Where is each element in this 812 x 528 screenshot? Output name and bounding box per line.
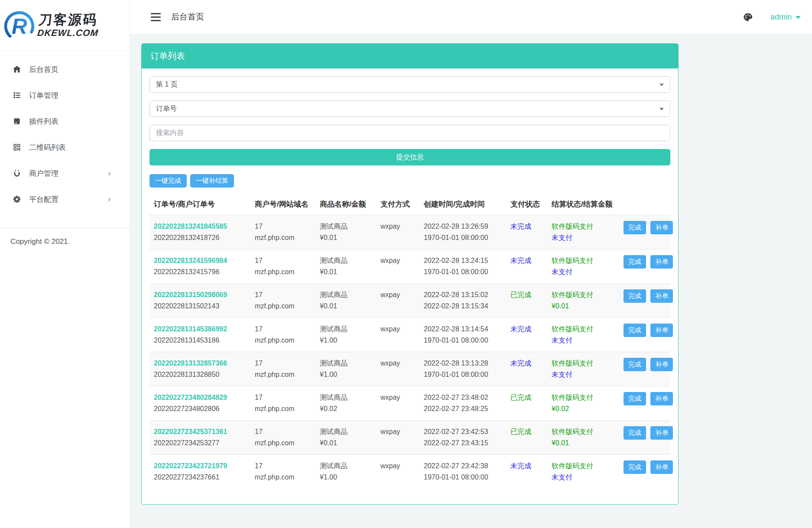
username: admin <box>770 13 792 22</box>
sidebar-item-label: 二维码列表 <box>29 143 66 152</box>
product-amount: ¥0.01 <box>320 232 374 243</box>
sidebar-item-home[interactable]: 后台首页 <box>0 56 130 82</box>
created-time: 2022-02-28 13:14:54 <box>424 324 503 335</box>
product-name: 测试商品 <box>320 426 374 437</box>
order-number-link[interactable]: 2022022723480284829 <box>154 394 227 401</box>
settle-status: 软件版码支付 <box>552 460 614 472</box>
site-domain: mzf.php.com <box>255 437 313 449</box>
created-time: 2022-02-27 23:42:53 <box>424 426 503 437</box>
created-time: 2022-02-28 13:13:28 <box>424 358 503 369</box>
completed-time: 2022-02-27 23:48:25 <box>424 403 503 415</box>
search-field-select-value: 订单号 <box>156 104 177 113</box>
row-supplement-button[interactable]: 补单 <box>650 460 673 474</box>
merchant-id: 17 <box>255 358 313 369</box>
pay-method: wxpay <box>377 249 420 284</box>
settle-status: 软件版码支付 <box>552 392 614 403</box>
table-row: 2022022813132857366 20220228131328850 17… <box>149 352 670 386</box>
pay-method: wxpay <box>377 215 420 249</box>
sidebar-menu: 后台首页 订单管理 插件列表 二维码列表 商户管理 <box>0 51 130 212</box>
site-domain: mzf.php.com <box>255 335 313 346</box>
merchant-order-number: 20220228131328850 <box>154 369 248 380</box>
brand-logo[interactable]: R 刀客源码 DKEWL.COM <box>0 0 130 51</box>
sidebar-item-qrcodes[interactable]: 二维码列表 <box>0 134 130 160</box>
merchant-order-number: 20220228132418726 <box>154 232 248 243</box>
sidebar-item-plugins[interactable]: 插件列表 <box>0 108 130 134</box>
merchant-order-number: 20220227234802806 <box>154 403 248 415</box>
row-supplement-button[interactable]: 补单 <box>650 221 673 234</box>
col-pay-method: 支付方式 <box>377 194 420 215</box>
row-complete-button[interactable]: 完成 <box>624 324 646 337</box>
row-supplement-button[interactable]: 补单 <box>650 426 673 440</box>
product-amount: ¥0.01 <box>320 301 374 312</box>
copyright-text: Copyright © 2021. <box>0 228 130 246</box>
hamburger-icon[interactable] <box>151 13 161 21</box>
row-supplement-button[interactable]: 补单 <box>650 358 673 371</box>
order-number-link[interactable]: 2022022813132857366 <box>154 360 227 367</box>
order-number-link[interactable]: 2022022723425371361 <box>154 428 227 435</box>
settle-value: ¥0.01 <box>552 301 614 312</box>
row-complete-button[interactable]: 完成 <box>624 392 646 405</box>
page-select[interactable]: 第 1 页 <box>149 76 670 93</box>
merchant-id: 17 <box>255 221 313 232</box>
product-amount: ¥1.00 <box>320 369 374 380</box>
row-supplement-button[interactable]: 补单 <box>650 289 673 303</box>
merchant-id: 17 <box>255 460 313 472</box>
bulk-settle-button[interactable]: 一键补结算 <box>190 174 234 188</box>
settle-status: 软件版码支付 <box>552 426 614 437</box>
created-time: 2022-02-28 13:26:59 <box>424 221 503 232</box>
col-order-number: 订单号/商户订单号 <box>149 194 251 215</box>
row-complete-button[interactable]: 完成 <box>624 289 646 303</box>
search-field-select[interactable]: 订单号 <box>149 100 670 117</box>
qrcode-icon <box>12 143 22 152</box>
submit-button[interactable]: 提交信息 <box>149 149 670 165</box>
completed-time: 2022-02-28 13:15:34 <box>424 301 503 312</box>
pay-status: 已完成 <box>510 291 531 298</box>
order-number-link[interactable]: 2022022723423721979 <box>154 462 227 470</box>
sidebar-item-label: 商户管理 <box>29 168 58 178</box>
pay-method: wxpay <box>377 455 420 489</box>
site-domain: mzf.php.com <box>255 472 313 483</box>
user-menu[interactable]: admin <box>770 13 801 22</box>
search-input[interactable] <box>149 125 670 141</box>
row-complete-button[interactable]: 完成 <box>624 460 646 474</box>
site-domain: mzf.php.com <box>255 403 313 415</box>
settle-value: 未支付 <box>552 266 614 278</box>
settle-value: 未支付 <box>552 369 614 380</box>
pay-status: 已完成 <box>510 394 531 401</box>
table-header-row: 订单号/商户订单号 商户号/网站域名 商品名称/金额 支付方式 创建时间/完成时… <box>149 194 670 215</box>
magnet-icon <box>12 168 22 178</box>
merchant-order-number: 20220228131502143 <box>154 301 248 312</box>
bulk-complete-button[interactable]: 一键完成 <box>149 174 187 188</box>
col-product: 商品名称/金额 <box>316 194 377 215</box>
brand-domain: DKEWL.COM <box>37 27 99 39</box>
row-complete-button[interactable]: 完成 <box>624 221 646 234</box>
order-number-link[interactable]: 2022022813150298069 <box>154 291 227 298</box>
row-supplement-button[interactable]: 补单 <box>650 324 673 337</box>
product-name: 测试商品 <box>320 358 374 369</box>
row-complete-button[interactable]: 完成 <box>624 358 646 371</box>
product-amount: ¥1.00 <box>320 472 374 483</box>
merchant-id: 17 <box>255 324 313 335</box>
product-name: 测试商品 <box>320 289 374 301</box>
order-number-link[interactable]: 2022022813241596984 <box>154 257 227 264</box>
palette-icon[interactable] <box>743 12 753 22</box>
row-complete-button[interactable]: 完成 <box>624 426 646 440</box>
row-complete-button[interactable]: 完成 <box>624 255 646 269</box>
sidebar-item-platform-config[interactable]: 平台配置 <box>0 186 130 212</box>
sidebar-item-orders[interactable]: 订单管理 <box>0 82 130 108</box>
pay-status: 已完成 <box>510 428 531 435</box>
order-number-link[interactable]: 2022022813145386992 <box>154 325 227 333</box>
site-domain: mzf.php.com <box>255 232 313 243</box>
order-number-link[interactable]: 2022022813241845585 <box>154 223 227 230</box>
row-supplement-button[interactable]: 补单 <box>650 392 673 405</box>
sidebar-item-merchants[interactable]: 商户管理 <box>0 160 130 186</box>
row-supplement-button[interactable]: 补单 <box>650 255 673 269</box>
created-time: 2022-02-28 13:15:02 <box>424 289 503 301</box>
col-pay-status: 支付状态 <box>507 194 548 215</box>
col-merchant: 商户号/网站域名 <box>251 194 316 215</box>
settle-status: 软件版码支付 <box>552 289 614 301</box>
product-amount: ¥0.01 <box>320 437 374 449</box>
completed-time: 1970-01-01 08:00:00 <box>424 232 503 243</box>
table-row: 2022022813241596984 20220228132415796 17… <box>149 249 670 284</box>
list-icon <box>12 91 22 100</box>
